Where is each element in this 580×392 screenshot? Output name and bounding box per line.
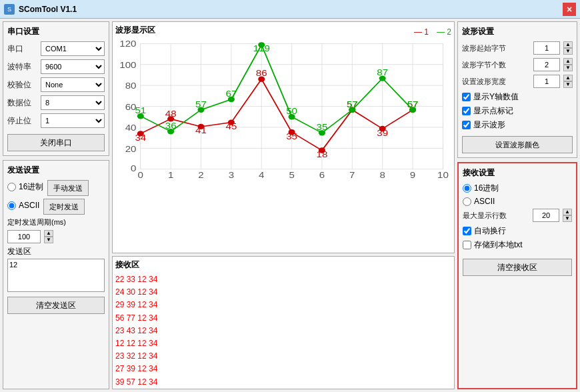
byte-count-input[interactable] [533, 58, 560, 71]
svg-text:57: 57 [407, 99, 419, 109]
svg-text:67: 67 [225, 89, 237, 98]
list-item: 24 30 12 34 [115, 286, 451, 299]
max-lines-up[interactable]: ▲ [563, 209, 572, 215]
max-lines-spinner: ▲ ▼ [563, 209, 572, 222]
svg-text:20: 20 [125, 144, 137, 153]
svg-text:45: 45 [225, 121, 237, 131]
show-wave-checkbox[interactable] [462, 121, 471, 129]
wave-width-input[interactable] [533, 75, 560, 88]
show-mark-checkbox[interactable] [462, 107, 471, 115]
auto-newline-row: 自动换行 [463, 225, 572, 237]
wave-width-up[interactable]: ▲ [563, 75, 573, 81]
max-lines-row: 最大显示行数 ▲ ▼ [463, 209, 572, 222]
byte-count-up[interactable]: ▲ [563, 58, 573, 65]
svg-text:119: 119 [253, 43, 271, 53]
byte-count-row: 波形字节个数 ▲ ▼ [462, 58, 573, 71]
baud-label: 波特率 [7, 61, 38, 73]
svg-text:3: 3 [229, 171, 235, 180]
stopbits-select[interactable]: 1 [41, 113, 105, 128]
receive-title: 接收区 [115, 259, 451, 271]
list-item: 23 32 12 34 [115, 350, 451, 363]
svg-text:2: 2 [198, 171, 204, 180]
svg-text:7: 7 [349, 171, 355, 180]
start-byte-up[interactable]: ▲ [563, 41, 573, 48]
clear-send-button[interactable]: 清空发送区 [7, 297, 105, 314]
byte-count-down[interactable]: ▼ [563, 65, 573, 71]
period-input-row: ▲ ▼ [7, 230, 105, 243]
databits-label: 数据位 [7, 97, 38, 109]
parity-select[interactable]: None [41, 77, 105, 92]
ascii-radio[interactable] [7, 201, 16, 210]
receive-settings-title: 接收设置 [463, 167, 572, 179]
svg-text:100: 100 [119, 60, 137, 69]
recv-hex-row: 16进制 [463, 183, 572, 194]
recv-ascii-radio[interactable] [463, 197, 471, 206]
svg-text:4: 4 [259, 171, 265, 180]
svg-text:41: 41 [195, 126, 207, 135]
port-select[interactable]: COM1 [41, 41, 105, 56]
svg-text:8: 8 [379, 171, 385, 180]
title-bar: S SComTool V1.1 × [0, 0, 580, 19]
show-wave-row: 显示波形 [462, 119, 573, 131]
send-area-label: 发送区 [7, 246, 105, 257]
stopbits-label: 停止位 [7, 115, 38, 127]
svg-text:57: 57 [195, 99, 207, 109]
serial-settings-group: 串口设置 串口 COM1 波特率 9600 校验位 None [3, 21, 109, 156]
start-byte-row: 波形起始字节 ▲ ▼ [462, 41, 573, 55]
receive-content[interactable]: 22 33 12 34 24 30 12 34 29 39 12 34 56 7… [115, 273, 451, 387]
timed-send-button[interactable]: 定时发送 [43, 199, 85, 215]
save-local-checkbox[interactable] [463, 241, 471, 249]
max-lines-input[interactable] [533, 209, 559, 222]
hex16-radio[interactable] [7, 183, 16, 191]
app-title: SComTool V1.1 [19, 5, 77, 14]
start-byte-input[interactable] [533, 41, 560, 55]
svg-text:6: 6 [319, 171, 325, 180]
list-item: 22 33 12 34 [115, 273, 451, 286]
receive-area: 接收区 22 33 12 34 24 30 12 34 29 39 12 34 … [112, 256, 455, 389]
wave-width-row: 设置波形宽度 ▲ ▼ [462, 75, 573, 88]
list-item: 29 39 12 34 [115, 299, 451, 311]
svg-text:18: 18 [317, 149, 328, 159]
parity-label: 校验位 [7, 79, 38, 91]
main-content: 串口设置 串口 COM1 波特率 9600 校验位 None [0, 19, 580, 392]
svg-text:87: 87 [377, 68, 388, 77]
waveform-title: 波形显示区 [115, 25, 155, 36]
start-byte-down[interactable]: ▼ [563, 48, 573, 55]
wave-width-down[interactable]: ▼ [563, 81, 573, 88]
recv-hex16-radio[interactable] [463, 184, 471, 193]
list-item: 23 43 12 34 [115, 325, 451, 337]
stopbits-row: 停止位 1 [7, 113, 105, 128]
svg-text:35: 35 [286, 131, 297, 141]
period-spinner: ▲ ▼ [44, 230, 53, 243]
list-item: 27 39 12 34 [115, 363, 451, 375]
show-mark-label: 显示点标记 [473, 105, 513, 117]
byte-count-spinner: ▲ ▼ [563, 58, 573, 71]
save-local-label: 存储到本地txt [474, 239, 523, 251]
byte-count-label: 波形字节个数 [462, 60, 531, 70]
show-mark-row: 显示点标记 [462, 105, 573, 117]
period-up-arrow[interactable]: ▲ [44, 230, 53, 237]
svg-text:80: 80 [125, 81, 137, 91]
close-button[interactable]: × [563, 3, 576, 16]
wave-width-spinner: ▲ ▼ [563, 75, 573, 88]
port-label: 串口 [7, 43, 38, 55]
databits-select[interactable]: 8 [41, 95, 105, 110]
close-port-button[interactable]: 关闭串口 [7, 134, 105, 151]
svg-text:48: 48 [165, 109, 177, 118]
send-textarea[interactable]: 12 [7, 259, 105, 292]
baud-row: 波特率 9600 [7, 59, 105, 74]
period-down-arrow[interactable]: ▼ [44, 237, 53, 243]
port-row: 串口 COM1 [7, 41, 105, 56]
recv-hex16-label: 16进制 [474, 183, 499, 194]
left-panel: 串口设置 串口 COM1 波特率 9600 校验位 None [3, 21, 109, 389]
manual-send-button[interactable]: 手动发送 [47, 180, 89, 196]
baud-select[interactable]: 9600 [41, 59, 105, 74]
auto-newline-checkbox[interactable] [463, 227, 471, 235]
svg-text:10: 10 [437, 171, 449, 180]
clear-receive-button[interactable]: 清空接收区 [463, 259, 572, 276]
max-lines-down[interactable]: ▼ [563, 215, 572, 222]
color-button[interactable]: 设置波形颜色 [462, 136, 573, 153]
show-y-axis-checkbox[interactable] [462, 93, 471, 101]
list-item: 56 77 12 34 [115, 312, 451, 325]
period-input[interactable] [7, 230, 41, 243]
